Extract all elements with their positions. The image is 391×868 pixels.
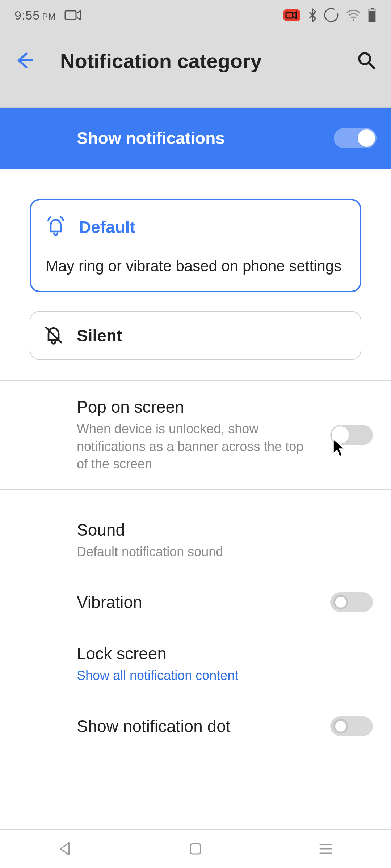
behavior-default-title: Default [79, 217, 135, 237]
bluetooth-icon [308, 8, 317, 22]
svg-point-3 [353, 19, 354, 21]
toggle-knob [332, 426, 349, 444]
behavior-section: Default May ring or vibrate based on pho… [0, 169, 391, 380]
notification-dot-title: Show notification dot [77, 716, 231, 736]
toggle-ring [333, 719, 348, 734]
notification-dot-row[interactable]: Show notification dot [0, 701, 391, 752]
vibration-texts: Vibration [77, 592, 142, 612]
lock-screen-desc: Show all notification content [77, 667, 238, 685]
system-nav-bar [0, 829, 391, 868]
sound-texts: Sound Default notification sound [77, 520, 223, 561]
do-not-disturb-icon [324, 8, 339, 22]
nav-back-button[interactable] [54, 837, 77, 860]
pop-on-screen-toggle[interactable] [330, 425, 373, 445]
nav-home-button[interactable] [184, 837, 207, 860]
notification-dot-toggle[interactable] [330, 716, 373, 736]
status-time: 9:55PM [14, 8, 56, 22]
nav-recents-button[interactable] [314, 837, 337, 860]
screen-record-icon [283, 9, 300, 21]
behavior-silent-header: Silent [43, 325, 348, 346]
vibration-toggle[interactable] [330, 592, 373, 612]
status-left: 9:55PM [14, 8, 82, 22]
show-notifications-label: Show notifications [77, 128, 225, 148]
lock-screen-texts: Lock screen Show all notification conten… [77, 644, 238, 685]
status-time-value: 9:55 [14, 8, 40, 22]
pop-on-screen-row[interactable]: Pop on screen When device is unlocked, s… [0, 381, 391, 489]
screen: 9:55PM [0, 0, 391, 868]
vibration-row[interactable]: Vibration [0, 576, 391, 628]
show-notifications-row[interactable]: Show notifications [0, 108, 391, 169]
toggle-knob [358, 129, 375, 147]
pop-on-screen-desc: When device is unlocked, show notificati… [77, 420, 308, 473]
notification-dot-texts: Show notification dot [77, 716, 231, 736]
lock-screen-title: Lock screen [77, 644, 238, 663]
svg-rect-0 [65, 11, 76, 20]
bell-ring-icon [46, 216, 66, 238]
app-bar: Notification category [0, 30, 391, 92]
svg-rect-8 [190, 844, 201, 854]
sound-title: Sound [77, 520, 223, 540]
toggle-ring [333, 595, 348, 610]
header-gap [0, 92, 391, 108]
behavior-default-card[interactable]: Default May ring or vibrate based on pho… [30, 199, 361, 292]
sound-desc: Default notification sound [77, 543, 223, 561]
behavior-default-header: Default [46, 216, 345, 238]
wifi-icon [346, 9, 361, 21]
battery-icon [368, 8, 377, 22]
show-notifications-toggle[interactable] [334, 128, 377, 148]
pop-on-screen-texts: Pop on screen When device is unlocked, s… [77, 397, 308, 473]
search-button[interactable] [356, 50, 377, 72]
status-bar: 9:55PM [0, 0, 391, 30]
status-time-ampm: PM [42, 12, 56, 21]
bell-off-icon [43, 325, 64, 346]
behavior-silent-title: Silent [77, 326, 122, 345]
screencast-icon [64, 9, 82, 21]
svg-rect-6 [369, 11, 375, 22]
pop-on-screen-title: Pop on screen [77, 397, 308, 417]
lock-screen-row[interactable]: Lock screen Show all notification conten… [0, 628, 391, 701]
behavior-silent-card[interactable]: Silent [30, 311, 361, 360]
behavior-default-desc: May ring or vibrate based on phone setti… [46, 258, 345, 275]
page-title: Notification category [60, 49, 342, 73]
status-right [283, 8, 377, 22]
back-button[interactable] [14, 50, 35, 72]
vibration-title: Vibration [77, 592, 142, 612]
sound-row[interactable]: Sound Default notification sound [0, 504, 391, 577]
